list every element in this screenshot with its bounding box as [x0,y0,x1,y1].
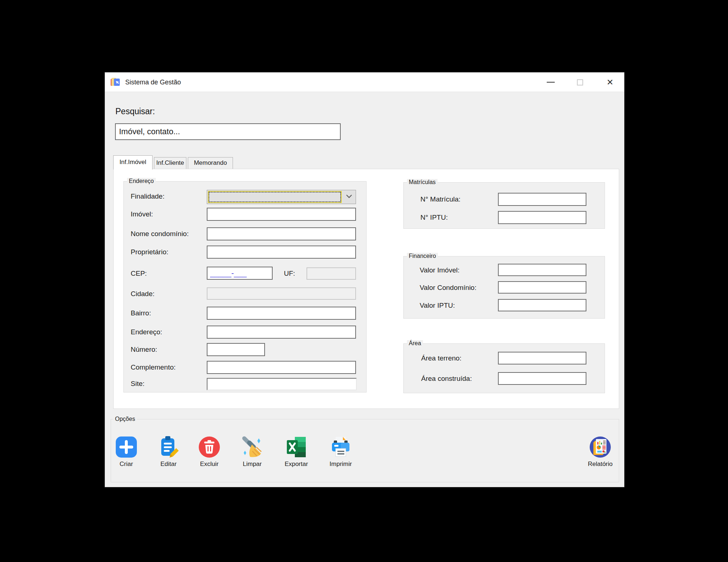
criar-label: Criar [109,461,144,468]
tab-memorando[interactable]: Memorando [188,157,233,169]
group-endereco: Endereço Finalidade: Imóvel: Nome condom… [123,181,367,392]
proprietario-input[interactable] [207,246,356,259]
tab-inf-cliente[interactable]: Inf.Cliente [154,157,186,169]
exportar-label: Exportar [279,461,314,468]
group-area: Área Área terreno: Área construída: [403,343,605,393]
valor-condominio-label: Valor Condomínio: [420,284,476,292]
n-matricula-label: N° Matrícula: [420,195,460,203]
n-iptu-label: N° IPTU: [420,214,448,222]
cidade-input [207,287,356,300]
imprimir-label: Imprimir [323,461,358,468]
relatorio-label: Relatório [583,461,618,468]
valor-imovel-label: Valor Imóvel: [420,266,459,274]
finalidade-label: Finalidade: [131,192,165,200]
limpar-label: Limpar [235,461,270,468]
valor-iptu-label: Valor IPTU: [420,302,455,310]
title-bar: Sistema de Gestão ✕ [105,72,624,92]
excluir-button[interactable]: Excluir [192,435,227,468]
site-input[interactable] [207,378,357,390]
cidade-label: Cidade: [131,290,155,298]
trash-icon [198,435,221,459]
n-iptu-input[interactable] [498,211,586,224]
broom-icon [241,435,264,459]
limpar-button[interactable]: Limpar [235,435,270,468]
close-button[interactable]: ✕ [598,72,622,92]
area-terreno-input[interactable] [498,352,586,364]
cep-label: CEP: [131,270,147,278]
numero-input[interactable] [207,343,265,356]
valor-iptu-input[interactable] [498,299,586,311]
plus-icon [115,435,138,459]
search-input[interactable] [115,123,341,140]
finalidade-combobox[interactable] [207,190,356,204]
window-title: Sistema de Gestão [125,72,181,92]
group-financeiro: Financeiro Valor Imóvel: Valor Condomíni… [403,256,605,319]
tab-page-inf-imovel: Endereço Finalidade: Imóvel: Nome condom… [113,169,619,409]
area-construida-label: Área construída: [421,375,472,383]
group-financeiro-caption: Financeiro [407,253,438,259]
app-logo-icon [110,77,121,87]
complemento-input[interactable] [207,361,356,374]
tab-inf-imovel[interactable]: Inf.Imóvel [113,155,153,170]
n-matricula-input[interactable] [498,193,586,206]
exportar-button[interactable]: Exportar [279,435,314,468]
uf-input [306,267,356,280]
area-terreno-label: Área terreno: [421,354,462,362]
maximize-button[interactable] [568,72,592,92]
chevron-down-icon [346,194,352,199]
criar-button[interactable]: Criar [109,435,144,468]
group-matriculas-caption: Matrículas [407,179,438,186]
minimize-button[interactable] [539,72,562,92]
bairro-label: Bairro: [131,309,151,317]
complemento-label: Complemento: [131,363,176,371]
nome-condominio-input[interactable] [207,227,356,240]
nome-condominio-label: Nome condomínio: [131,230,189,238]
numero-label: Número: [131,346,157,354]
valor-condominio-input[interactable] [498,281,586,294]
focus-rectangle [209,192,341,202]
site-label: Site: [131,380,145,388]
group-matriculas: Matrículas N° Matrícula: N° IPTU: [403,182,605,229]
proprietario-label: Proprietário: [131,248,169,256]
close-icon: ✕ [606,78,613,87]
uf-label: UF: [284,270,295,278]
group-endereco-caption: Endereço [127,178,156,184]
maximize-icon [577,79,583,85]
group-opcoes-caption: Opções [113,416,137,422]
endereco-label: Endereço: [131,328,162,336]
imovel-label: Imóvel: [131,210,153,218]
clipboard-pencil-icon [157,435,180,459]
endereco-input[interactable] [207,326,356,339]
imprimir-button[interactable]: Imprimir [323,435,358,468]
desktop-background: Sistema de Gestão ✕ Pesquisar: Inf.Imóve… [0,0,728,562]
search-label: Pesquisar: [115,107,155,116]
excluir-label: Excluir [192,461,227,468]
area-construida-input[interactable] [498,372,586,385]
printer-icon [329,435,352,459]
relatorio-button[interactable]: Relatório [583,435,618,468]
excel-icon [285,435,308,459]
bairro-input[interactable] [207,307,356,320]
app-window: Sistema de Gestão ✕ Pesquisar: Inf.Imóve… [104,72,625,487]
cep-masked-input[interactable] [207,267,273,280]
valor-imovel-input[interactable] [498,264,586,276]
group-opcoes: Opções [111,419,619,482]
editar-button[interactable]: Editar [151,435,186,468]
minimize-icon [547,82,555,83]
editar-label: Editar [151,461,186,468]
group-area-caption: Área [407,340,423,347]
report-icon [589,435,612,459]
imovel-input[interactable] [207,208,356,221]
